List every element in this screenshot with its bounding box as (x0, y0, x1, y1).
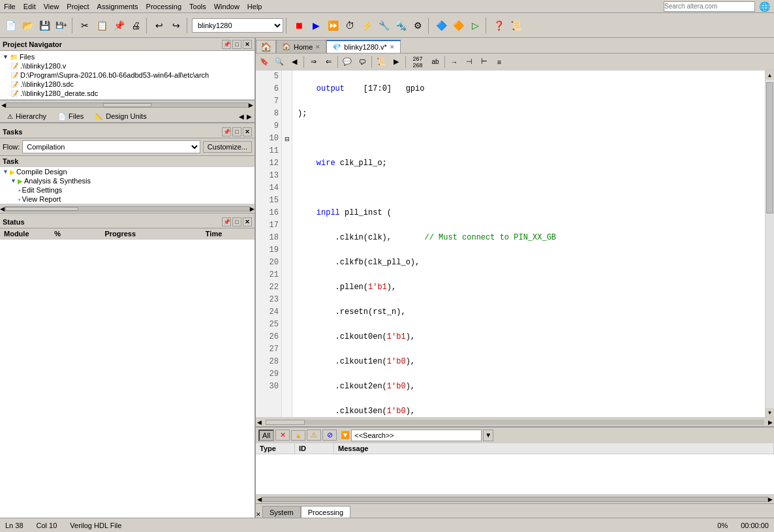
files-hscroll[interactable]: ◀ ▶ (0, 100, 255, 109)
etb-toggle-comment[interactable]: 💬 (340, 55, 354, 69)
tab-hierarchy[interactable]: ⚠ Hierarchy (1, 110, 52, 122)
help-button[interactable]: ❓ (491, 18, 506, 33)
menu-project[interactable]: Project (63, 1, 93, 12)
tree-item-sdc-derate[interactable]: 📝 .\\blinky1280_derate.sdc (9, 89, 253, 98)
etb-search-prev[interactable]: ◀ (287, 55, 302, 69)
code-hscroll[interactable]: ◀ ▶ (256, 417, 774, 426)
assembler-button[interactable]: ⚙ (410, 18, 426, 33)
cut-button[interactable]: ✂ (77, 18, 93, 33)
code-vscroll[interactable]: ▲ ▼ (765, 70, 774, 417)
stop-button[interactable]: ⏹ (291, 18, 307, 33)
code-hscroll-left[interactable]: ◀ (256, 419, 263, 426)
tab-system[interactable]: System (262, 506, 301, 518)
pin-button[interactable]: 📌 (222, 40, 231, 49)
menu-processing[interactable]: Processing (142, 1, 185, 12)
open-button[interactable]: 📂 (20, 18, 35, 33)
redo-button[interactable]: ↪ (168, 18, 184, 33)
etb-run-icon[interactable]: ▶ (389, 55, 403, 69)
chip-planner-button[interactable]: 🔶 (450, 18, 466, 33)
menu-view[interactable]: View (40, 1, 63, 12)
msg-info-button[interactable]: ⚠ (307, 430, 321, 441)
new-button[interactable]: 📄 (3, 18, 18, 33)
tab-blinky-v[interactable]: 💎 blinky1280.v* ✕ (326, 40, 400, 53)
fitter-button[interactable]: 🔩 (393, 18, 409, 33)
menu-file[interactable]: File (0, 1, 20, 12)
undo-button[interactable]: ↩ (151, 18, 167, 33)
menu-edit[interactable]: Edit (20, 1, 40, 12)
customize-button[interactable]: Customize... (203, 141, 252, 153)
msg-search-input[interactable] (351, 430, 482, 441)
fold-icon-10[interactable]: ⊟ (282, 133, 292, 145)
msg-hscroll[interactable]: ◀ ▶ (256, 494, 774, 503)
timing-button[interactable]: ⏱ (342, 18, 358, 33)
tab-processing[interactable]: Processing (301, 506, 350, 518)
msg-hscroll-right[interactable]: ▶ (768, 496, 773, 503)
etb-outdent-right[interactable]: ⊢ (477, 55, 491, 69)
tcl-button[interactable]: 📜 (508, 18, 523, 33)
msg-htrack[interactable] (262, 497, 768, 502)
msg-warning-button[interactable]: ▲ (291, 430, 305, 441)
task-row-edit-settings[interactable]: ▪ Edit Settings (16, 185, 255, 195)
tree-files-folder[interactable]: ▼ 📁 Files (1, 52, 253, 61)
etb-outdent-left[interactable]: ⊣ (462, 55, 476, 69)
menu-help[interactable]: Help (243, 1, 266, 12)
start-button[interactable]: ⏩ (325, 18, 341, 33)
tab-home-closeable[interactable]: 🏠 Home ✕ (276, 40, 326, 53)
etb-search-icon[interactable]: 🔍 (272, 55, 286, 69)
msg-all-button[interactable]: All (258, 430, 274, 441)
home-tab[interactable]: 🏠 (256, 40, 276, 53)
save-all-button[interactable]: 💾+ (54, 18, 69, 33)
tab-files[interactable]: 📄 Files (52, 110, 89, 122)
tasks-hscroll-left[interactable]: ◀ (0, 206, 5, 212)
netlist-button[interactable]: 🔧 (376, 18, 392, 33)
msg-search-dropdown[interactable]: ▼ (483, 430, 493, 441)
flow-select[interactable]: Compilation (22, 140, 200, 153)
etb-tcl-icon[interactable]: 📜 (374, 55, 388, 69)
etb-arrow-icon[interactable]: → (447, 55, 461, 69)
menu-assignments[interactable]: Assignments (93, 1, 142, 12)
close-button[interactable]: ✕ (243, 40, 252, 49)
task-row-compile-design[interactable]: ▼ ▶ Compile Design (0, 167, 255, 176)
copy-button[interactable]: 📋 (94, 18, 110, 33)
tasks-float-button[interactable]: □ (232, 127, 241, 136)
menu-tools[interactable]: Tools (185, 1, 210, 12)
etb-align-center[interactable]: ≡ (492, 55, 506, 69)
nav-forward-button[interactable]: ▶ (245, 112, 253, 121)
tree-item-arch-path[interactable]: 📝 D:\Program\Supra-2021.06.b0-66adbd53-w… (9, 70, 253, 80)
hscroll-right-arrow[interactable]: ▶ (249, 102, 253, 108)
etb-indent-less[interactable]: ⇐ (321, 55, 335, 69)
code-scroll-up[interactable]: ▲ (766, 70, 774, 80)
task-row-analysis-synthesis[interactable]: ▼ ▶ Analysis & Synthesis (8, 176, 255, 185)
code-htrack[interactable] (266, 420, 764, 425)
save-button[interactable]: 💾 (37, 18, 52, 33)
status-close-button[interactable]: ✕ (243, 217, 252, 227)
etb-uncomment[interactable]: 🗩 (355, 55, 369, 69)
code-scroll-track[interactable] (766, 80, 774, 408)
paste-button[interactable]: 📌 (111, 18, 127, 33)
search-altera-input[interactable] (664, 1, 755, 12)
compile-button[interactable]: ▶ (308, 18, 324, 33)
tasks-pin-button[interactable]: 📌 (222, 127, 231, 136)
status-float-button[interactable]: □ (232, 217, 241, 227)
rtl-button[interactable]: 🔷 (433, 18, 449, 33)
msg-panel-close-icon[interactable]: ✕ (256, 511, 261, 518)
sim-button[interactable]: ▷ (467, 18, 483, 33)
tab-design-units[interactable]: 📐 Design Units (89, 110, 152, 122)
code-hscroll-right[interactable]: ▶ (767, 419, 774, 426)
menu-window[interactable]: Window (210, 1, 243, 12)
status-pin-button[interactable]: 📌 (222, 217, 231, 227)
float-button[interactable]: □ (232, 40, 241, 49)
tasks-htrack[interactable] (5, 206, 250, 211)
blinky-tab-close[interactable]: ✕ (390, 44, 395, 50)
tree-item-sdc[interactable]: 📝 .\\blinky1280.sdc (9, 80, 253, 89)
tasks-close-button[interactable]: ✕ (243, 127, 252, 136)
msg-error-button[interactable]: ✕ (275, 430, 290, 441)
code-content[interactable]: output [17:0] gpio ); wire clk_pll_o; in… (292, 70, 765, 417)
home-tab-close[interactable]: ✕ (315, 44, 320, 50)
etb-bookmark-icon[interactable]: 🔖 (257, 55, 271, 69)
nav-back-button[interactable]: ◀ (238, 112, 245, 121)
etb-indent-more[interactable]: ⇒ (306, 55, 320, 69)
code-scroll-down[interactable]: ▼ (766, 408, 774, 417)
msg-suppress-button[interactable]: ⊘ (322, 430, 337, 441)
power-button[interactable]: ⚡ (359, 18, 375, 33)
